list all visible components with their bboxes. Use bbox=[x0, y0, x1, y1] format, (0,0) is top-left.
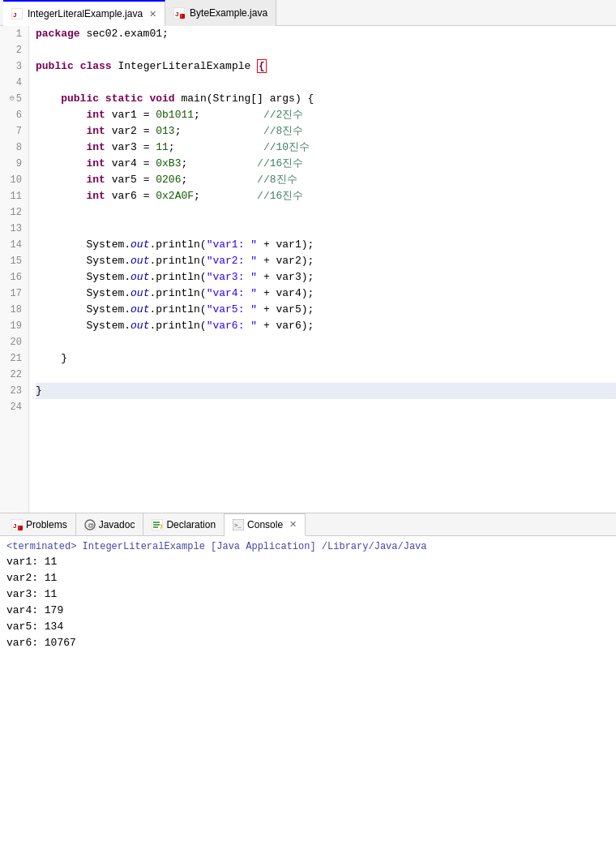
line-num-16: 16 bbox=[6, 269, 22, 286]
code-line-24 bbox=[36, 399, 616, 415]
console-output-line-4: var4: 179 bbox=[6, 603, 610, 619]
line-num-6: 6 bbox=[6, 107, 22, 123]
line-num-7: 7 bbox=[6, 123, 22, 140]
bottom-panel: J ! Problems @ Javadoc Declaration bbox=[0, 513, 616, 698]
line-num-22: 22 bbox=[6, 367, 22, 383]
code-line-7: int var2 = 013; //8진수 bbox=[36, 123, 616, 140]
java-error-file-icon: J ! bbox=[173, 7, 185, 19]
panel-tab-label: Problems bbox=[26, 519, 67, 530]
tab-close-button[interactable]: ✕ bbox=[149, 9, 156, 19]
code-line-12 bbox=[36, 204, 616, 221]
svg-text:!: ! bbox=[181, 14, 182, 19]
svg-text:>_: >_ bbox=[234, 522, 242, 529]
console-output-line-5: var5: 134 bbox=[6, 619, 610, 635]
tab-label: IntegerLiteralExample.java bbox=[28, 8, 143, 19]
code-line-3: public class IntegerLiteralExample { bbox=[36, 58, 616, 75]
console-icon: >_ bbox=[233, 519, 244, 530]
line-num-20: 20 bbox=[6, 334, 22, 350]
code-line-5: public static void main(String[] args) { bbox=[36, 91, 616, 107]
line-num-17: 17 bbox=[6, 286, 22, 302]
code-line-4 bbox=[36, 75, 616, 91]
line-num-4: 4 bbox=[6, 75, 22, 91]
code-line-15: System.out.println("var2: " + var2); bbox=[36, 253, 616, 269]
svg-text:J: J bbox=[13, 11, 16, 19]
code-line-11: int var6 = 0x2A0F; //16진수 bbox=[36, 188, 616, 204]
code-line-23: } bbox=[36, 383, 616, 399]
line-num-8: 8 bbox=[6, 140, 22, 156]
java-file-icon: J bbox=[11, 8, 23, 19]
line-num-13: 13 bbox=[6, 221, 22, 237]
code-line-17: System.out.println("var4: " + var4); bbox=[36, 286, 616, 302]
line-num-19: 19 bbox=[6, 318, 22, 334]
line-num-3: 3 bbox=[6, 58, 22, 75]
code-line-18: System.out.println("var5: " + var5); bbox=[36, 302, 616, 318]
code-line-20 bbox=[36, 334, 616, 350]
line-num-14: 14 bbox=[6, 237, 22, 253]
code-line-8: int var3 = 11; //10진수 bbox=[36, 140, 616, 156]
svg-text:@: @ bbox=[88, 522, 94, 529]
code-line-19: System.out.println("var6: " + var6); bbox=[36, 318, 616, 334]
code-line-16: System.out.println("var3: " + var3); bbox=[36, 269, 616, 286]
line-num-18: 18 bbox=[6, 302, 22, 318]
code-line-13 bbox=[36, 221, 616, 237]
editor-tab-bar: J IntegerLiteralExample.java ✕ J ! ByteE… bbox=[0, 0, 616, 26]
tab-problems[interactable]: J ! Problems bbox=[3, 513, 76, 536]
line-num-10: 10 bbox=[6, 172, 22, 188]
svg-text:J: J bbox=[13, 522, 16, 530]
code-line-6: int var1 = 0b1011; //2진수 bbox=[36, 107, 616, 123]
line-num-21: 21 bbox=[6, 350, 22, 367]
console-output-line-2: var2: 11 bbox=[6, 570, 610, 586]
tab-declaration[interactable]: Declaration bbox=[143, 513, 225, 536]
line-num-9: 9 bbox=[6, 156, 22, 172]
console-header: <terminated> IntegerLiteralExample [Java… bbox=[6, 541, 610, 552]
code-line-9: int var4 = 0xB3; //16진수 bbox=[36, 156, 616, 172]
at-icon: @ bbox=[84, 519, 96, 530]
line-num-2: 2 bbox=[6, 42, 22, 58]
line-num-1: 1 bbox=[6, 26, 22, 42]
line-num-5: ⊖5 bbox=[6, 91, 22, 107]
line-numbers: 1 2 3 4 ⊖5 6 7 8 9 10 11 12 13 14 15 16 … bbox=[0, 26, 29, 513]
code-line-14: System.out.println("var1: " + var1); bbox=[36, 237, 616, 253]
code-editor[interactable]: 1 2 3 4 ⊖5 6 7 8 9 10 11 12 13 14 15 16 … bbox=[0, 26, 616, 513]
error-icon: J ! bbox=[11, 519, 23, 530]
svg-text:!: ! bbox=[19, 526, 19, 530]
code-line-1: package sec02.exam01; bbox=[36, 26, 616, 42]
svg-text:J: J bbox=[175, 11, 178, 18]
tab-byte-example[interactable]: J ! ByteExample.java bbox=[165, 0, 276, 26]
declaration-icon bbox=[152, 519, 163, 530]
line-num-23: 23 bbox=[6, 383, 22, 399]
panel-tab-label: Declaration bbox=[166, 519, 216, 530]
panel-tab-label: Javadoc bbox=[99, 519, 135, 530]
console-close-button[interactable]: ✕ bbox=[289, 519, 297, 530]
console-output-line-3: var3: 11 bbox=[6, 586, 610, 603]
panel-tab-bar: J ! Problems @ Javadoc Declaration bbox=[0, 513, 616, 536]
line-num-12: 12 bbox=[6, 204, 22, 221]
console-output: <terminated> IntegerLiteralExample [Java… bbox=[0, 536, 616, 698]
tab-console[interactable]: >_ Console ✕ bbox=[225, 513, 306, 536]
console-output-line-1: var1: 11 bbox=[6, 554, 610, 570]
code-line-10: int var5 = 0206; //8진수 bbox=[36, 172, 616, 188]
tab-label: ByteExample.java bbox=[190, 7, 267, 19]
line-num-24: 24 bbox=[6, 399, 22, 415]
panel-tab-label: Console bbox=[247, 519, 283, 530]
line-num-15: 15 bbox=[6, 253, 22, 269]
code-line-2 bbox=[36, 42, 616, 58]
line-num-11: 11 bbox=[6, 188, 22, 204]
tab-javadoc[interactable]: @ Javadoc bbox=[76, 513, 144, 536]
code-lines[interactable]: package sec02.exam01; public class Integ… bbox=[29, 26, 616, 513]
tab-integer-literal[interactable]: J IntegerLiteralExample.java ✕ bbox=[3, 0, 165, 26]
console-output-line-6: var6: 10767 bbox=[6, 635, 610, 651]
code-line-21: } bbox=[36, 350, 616, 367]
code-line-22 bbox=[36, 367, 616, 383]
